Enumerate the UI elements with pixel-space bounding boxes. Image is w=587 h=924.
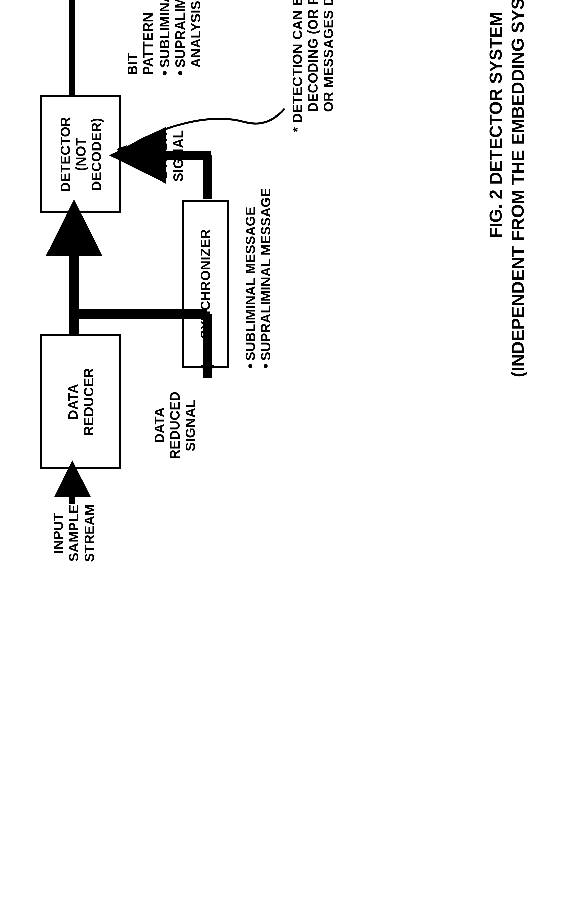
footnote: * DETECTION CAN BE LOGICALLY SEPARATE FR… <box>290 0 336 132</box>
block-data-reducer: DATA REDUCER <box>40 334 121 469</box>
label-synch-line2: SIGNAL <box>170 122 186 190</box>
bullets-under-bit-pattern: SUBLIMINAL SUPRALIMINAL ANALYSIS <box>157 0 203 75</box>
bullet-dot-icon <box>178 71 182 75</box>
label-bit-pattern-line1: BIT <box>125 12 140 75</box>
block-detector-line3: DECODER) <box>89 117 104 191</box>
label-data-reduced-line2: REDUCED <box>167 381 183 469</box>
caption-line1: FIG. 2 DETECTOR SYSTEM <box>485 0 507 587</box>
bullet-item: SUPRALIMINAL MESSAGE <box>258 188 274 368</box>
label-input-sample-stream: INPUT SAMPLE STREAM <box>51 499 97 567</box>
bullet-item: SUBLIMINAL <box>157 0 172 75</box>
block-detector-line1: DETECTOR <box>58 117 73 191</box>
caption-line2: (INDEPENDENT FROM THE EMBEDDING SYSTEM O… <box>507 0 529 587</box>
label-data-reduced-signal: DATA REDUCED SIGNAL <box>152 381 198 469</box>
label-input-line3: STREAM <box>81 499 97 567</box>
label-bit-pattern-line2: PATTERN <box>140 12 156 75</box>
footnote-line2: DECODING (OR RENDERING) OF THE MESSAGE <box>305 0 321 132</box>
bullet-item: ANALYSIS <box>188 0 203 75</box>
block-detector: DETECTOR (NOT DECODER) <box>40 95 121 213</box>
label-synch-signal: SYNCH SIGNAL <box>155 122 186 190</box>
block-data-reducer-line2: REDUCER <box>81 368 96 436</box>
block-detector-line2: (NOT <box>73 137 89 171</box>
label-data-reduced-line1: DATA <box>152 381 167 469</box>
bullet-dot-icon <box>163 71 167 75</box>
block-synchronizer-label: SYNCHRONIZER <box>198 229 213 339</box>
bullet-dot-icon <box>264 364 268 368</box>
bullet-item: SUBLIMINAL MESSAGE <box>242 188 258 368</box>
bullet-dot-icon <box>248 364 252 368</box>
block-synchronizer: SYNCHRONIZER <box>182 200 229 368</box>
figure-caption: FIG. 2 DETECTOR SYSTEM (INDEPENDENT FROM… <box>485 0 529 587</box>
label-input-line2: SAMPLE <box>66 499 81 567</box>
label-data-reduced-line3: SIGNAL <box>183 381 198 469</box>
bullet-item: SUPRALIMINAL <box>172 0 188 75</box>
footnote-line3: OR MESSAGES DETECTED <box>321 0 336 132</box>
bullets-under-data-reduced: SUBLIMINAL MESSAGE SUPRALIMINAL MESSAGE <box>242 188 274 368</box>
label-input-line1: INPUT <box>51 499 66 567</box>
diagram-canvas: DATA REDUCER SYNCHRONIZER DETECTOR (NOT … <box>0 0 587 587</box>
label-bit-pattern-header: BIT PATTERN <box>125 12 156 75</box>
footnote-line1: * DETECTION CAN BE LOGICALLY SEPARATE FR… <box>290 0 305 132</box>
label-synch-line1: SYNCH <box>155 122 170 190</box>
block-data-reducer-line1: DATA <box>65 384 81 419</box>
